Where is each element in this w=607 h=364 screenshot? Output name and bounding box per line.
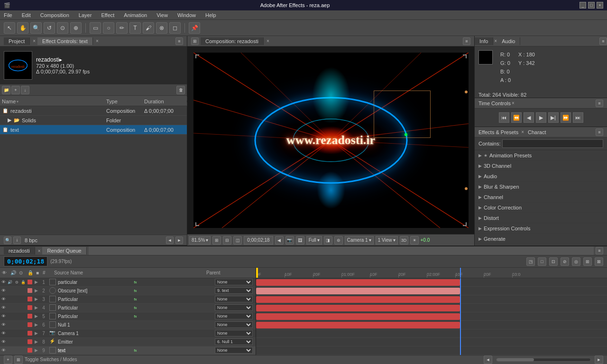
timecode-display[interactable]: 0;00;02;18: [244, 236, 273, 245]
layer-visibility-toggle[interactable]: 👁: [0, 339, 7, 344]
tc-close[interactable]: ×: [512, 100, 515, 106]
comp-tab[interactable]: Composition: rezadosti: [201, 37, 264, 45]
tc-menu-button[interactable]: ≡: [596, 100, 603, 107]
comp-panel-menu-button[interactable]: ≡: [463, 37, 470, 45]
comp-snap-button[interactable]: ⊞: [191, 37, 199, 45]
fx-icon[interactable]: fx: [133, 305, 138, 310]
layer-visibility-toggle[interactable]: 👁: [0, 348, 7, 353]
tl-ctrl-btn7[interactable]: ⊠: [595, 257, 603, 266]
tc-step-back[interactable]: ◀: [524, 112, 534, 123]
tl-ctrl-btn4[interactable]: ⊘: [561, 257, 569, 266]
info-button[interactable]: i: [13, 237, 21, 244]
list-item[interactable]: ▶ 📂 Solids Folder: [0, 116, 187, 125]
tool-clone[interactable]: ⊗: [156, 22, 167, 34]
timeline-tab-1-close[interactable]: ×: [38, 248, 41, 254]
matte-toggle[interactable]: ◨: [324, 236, 332, 245]
menu-item-effect[interactable]: Effect: [99, 12, 116, 18]
safe-zones[interactable]: ◫: [233, 236, 242, 245]
list-item[interactable]: 📋 rezadosti Composition Δ 0;00;07;00: [0, 106, 187, 116]
name-column-header[interactable]: Name ▾: [2, 99, 106, 104]
project-tab[interactable]: Project: [4, 37, 30, 45]
layer-checkbox[interactable]: [49, 313, 56, 319]
new-folder-button[interactable]: 📁: [2, 86, 10, 94]
menu-item-file[interactable]: File: [2, 12, 14, 18]
info-menu-button[interactable]: ≡: [599, 37, 607, 45]
layer-expand-toggle[interactable]: ▶: [33, 288, 39, 293]
grid-toggle[interactable]: ⊟: [223, 236, 231, 245]
layer-checkbox[interactable]: [49, 321, 56, 328]
snapshot-btn[interactable]: 📷: [285, 236, 294, 245]
tl-ctrl-btn6[interactable]: ⊞: [583, 257, 592, 266]
layer-solo-toggle[interactable]: ⊙: [13, 280, 20, 284]
tool-mask-rect[interactable]: ▭: [90, 22, 101, 34]
effect-item-channel[interactable]: ▶ Channel: [475, 192, 607, 202]
fx-icon[interactable]: fx: [133, 347, 138, 353]
effects-menu-button[interactable]: ≡: [596, 128, 603, 136]
in-point-marker[interactable]: [256, 268, 258, 278]
menu-item-view[interactable]: View: [155, 12, 170, 18]
tl-ctrl-btn2[interactable]: □: [538, 257, 546, 266]
effect-item-audio[interactable]: ▶ Audio: [475, 171, 607, 182]
show-snapshot[interactable]: 🖼: [296, 236, 304, 245]
layer-visibility-toggle[interactable]: 👁: [0, 280, 7, 284]
tl-bottom-add-layer[interactable]: +: [4, 355, 12, 364]
layer-expand-toggle[interactable]: ▶: [33, 322, 39, 327]
tc-first-frame[interactable]: ⏮: [499, 112, 509, 123]
effect-item-3d-channel[interactable]: ▶ 3D Channel: [475, 161, 607, 171]
tool-rotate[interactable]: ↺: [44, 22, 55, 34]
tool-camera-track[interactable]: ⊕: [70, 22, 82, 34]
tl-scroll-left[interactable]: ◄: [484, 355, 492, 364]
tl-ctrl-btn1[interactable]: ◳: [526, 257, 535, 266]
tool-pen[interactable]: ✏: [116, 22, 128, 34]
tool-zoom[interactable]: 🔍: [30, 22, 42, 34]
fx-icon[interactable]: fx: [133, 279, 138, 285]
tc-play[interactable]: ▶: [536, 112, 546, 123]
tl-ctrl-btn3[interactable]: ⊡: [549, 257, 558, 266]
layer-visibility-toggle[interactable]: 👁: [0, 305, 7, 310]
layer-expand-toggle[interactable]: ▶: [33, 314, 39, 318]
layer-lock-toggle[interactable]: 🔒: [20, 280, 27, 284]
exposure-btn[interactable]: ☀: [410, 236, 419, 245]
menu-item-animation[interactable]: Animation: [122, 12, 149, 18]
timeline-scrollbar-thumb[interactable]: [497, 358, 534, 361]
tl-switch-modes[interactable]: ⊞: [14, 355, 23, 364]
tc-next-frame[interactable]: ⏩: [561, 112, 571, 123]
preview-btn[interactable]: ◀: [275, 236, 284, 245]
tc-step-fwd[interactable]: ▶|: [548, 112, 559, 123]
layer-visibility-toggle[interactable]: 👁: [0, 322, 7, 327]
panel-scroll-left[interactable]: ◄: [166, 237, 174, 244]
minimize-button[interactable]: _: [579, 2, 586, 9]
tl-ctrl-btn5[interactable]: ◎: [572, 257, 580, 266]
layer-expand-toggle[interactable]: ▶: [33, 305, 39, 310]
tool-mask-ellipse[interactable]: ○: [103, 22, 114, 34]
layer-visibility-toggle[interactable]: 👁: [0, 314, 7, 318]
panel-scroll-right[interactable]: ►: [175, 237, 183, 244]
effect-item-animation-presets[interactable]: ▶ ★ Animation Presets: [475, 150, 607, 161]
parent-dropdown[interactable]: 6. Null 1: [215, 338, 253, 345]
effect-item-blur[interactable]: ▶ Blur & Sharpen: [475, 182, 607, 192]
tl-scroll-right[interactable]: ►: [595, 355, 603, 364]
view-dropdown[interactable]: 1 View ▾: [376, 236, 398, 245]
layer-checkbox[interactable]: [49, 279, 56, 285]
menu-item-help[interactable]: Help: [203, 12, 218, 18]
layer-expand-toggle[interactable]: ▶: [33, 348, 39, 353]
new-comp-button[interactable]: +: [11, 86, 20, 94]
effects-tab-close[interactable]: ×: [521, 129, 524, 135]
tool-brush[interactable]: 🖌: [143, 22, 154, 34]
layer-visibility-toggle[interactable]: 👁: [0, 331, 7, 336]
audio-tab[interactable]: Audio: [497, 37, 520, 45]
timeline-scrollbar[interactable]: [496, 358, 591, 362]
parent-dropdown[interactable]: 9. text: [215, 287, 253, 294]
camera-dropdown[interactable]: Camera 1 ▾: [345, 236, 374, 245]
render-toggle[interactable]: ⊜: [334, 236, 343, 245]
tool-select[interactable]: ↖: [4, 22, 15, 34]
character-tab[interactable]: Charact: [528, 129, 546, 135]
effect-item-color-correction[interactable]: ▶ Color Correction: [475, 202, 607, 213]
tc-last-frame[interactable]: ⏭: [573, 112, 583, 123]
layer-visibility-toggle[interactable]: 👁: [0, 297, 7, 301]
parent-dropdown[interactable]: None: [215, 304, 253, 311]
maximize-button[interactable]: □: [588, 2, 595, 9]
effect-controls-tab-close[interactable]: ×: [96, 38, 99, 44]
menu-item-window[interactable]: Window: [175, 12, 198, 18]
parent-dropdown[interactable]: None: [215, 313, 253, 319]
